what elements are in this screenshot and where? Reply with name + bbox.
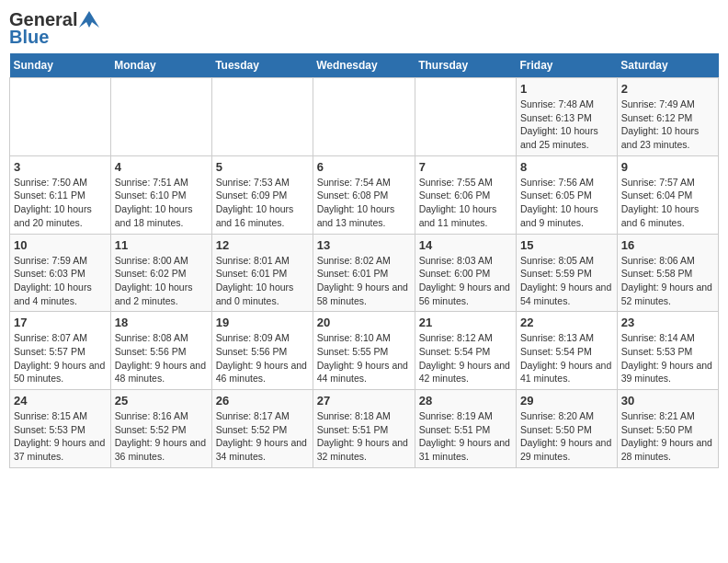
calendar-cell: 11Sunrise: 8:00 AMSunset: 6:02 PMDayligh… (110, 234, 211, 312)
day-number: 14 (419, 238, 512, 252)
day-info: Sunrise: 8:20 AMSunset: 5:50 PMDaylight:… (520, 409, 613, 464)
day-number: 11 (115, 238, 208, 252)
weekday-header-saturday: Saturday (617, 53, 718, 78)
day-info: Sunrise: 7:50 AMSunset: 6:11 PMDaylight:… (14, 176, 107, 230)
calendar-cell: 23Sunrise: 8:14 AMSunset: 5:53 PMDayligh… (617, 312, 718, 390)
calendar-cell: 12Sunrise: 8:01 AMSunset: 6:01 PMDayligh… (211, 234, 313, 312)
day-info: Sunrise: 7:56 AMSunset: 6:05 PMDaylight:… (520, 176, 613, 230)
calendar-cell: 9Sunrise: 7:57 AMSunset: 6:04 PMDaylight… (617, 155, 718, 234)
day-number: 7 (419, 160, 512, 174)
week-row-3: 17Sunrise: 8:07 AMSunset: 5:57 PMDayligh… (10, 312, 719, 390)
weekday-header-tuesday: Tuesday (211, 53, 313, 78)
day-number: 16 (621, 238, 714, 252)
calendar-cell: 7Sunrise: 7:55 AMSunset: 6:06 PMDaylight… (415, 155, 516, 234)
weekday-header-row: SundayMondayTuesdayWednesdayThursdayFrid… (10, 53, 719, 78)
day-number: 4 (115, 160, 208, 174)
calendar-cell: 4Sunrise: 7:51 AMSunset: 6:10 PMDaylight… (110, 155, 211, 234)
svg-marker-0 (79, 11, 99, 28)
calendar-cell: 5Sunrise: 7:53 AMSunset: 6:09 PMDaylight… (211, 155, 313, 234)
day-info: Sunrise: 8:12 AMSunset: 5:54 PMDaylight:… (419, 331, 512, 385)
day-info: Sunrise: 7:48 AMSunset: 6:13 PMDaylight:… (520, 98, 613, 152)
day-number: 17 (14, 316, 107, 329)
day-number: 8 (520, 160, 613, 174)
calendar-cell: 20Sunrise: 8:10 AMSunset: 5:55 PMDayligh… (313, 312, 415, 390)
calendar-cell: 24Sunrise: 8:15 AMSunset: 5:53 PMDayligh… (10, 390, 111, 468)
day-info: Sunrise: 8:14 AMSunset: 5:53 PMDaylight:… (621, 331, 714, 385)
weekday-header-friday: Friday (517, 53, 618, 78)
day-number: 5 (216, 160, 309, 174)
week-row-4: 24Sunrise: 8:15 AMSunset: 5:53 PMDayligh… (10, 390, 719, 468)
day-number: 6 (317, 160, 411, 174)
week-row-2: 10Sunrise: 7:59 AMSunset: 6:03 PMDayligh… (10, 234, 719, 312)
calendar-cell: 17Sunrise: 8:07 AMSunset: 5:57 PMDayligh… (10, 312, 111, 390)
day-number: 15 (520, 238, 613, 252)
day-info: Sunrise: 8:15 AMSunset: 5:53 PMDaylight:… (14, 409, 107, 464)
day-info: Sunrise: 8:18 AMSunset: 5:51 PMDaylight:… (317, 409, 411, 464)
calendar-cell: 19Sunrise: 8:09 AMSunset: 5:56 PMDayligh… (211, 312, 313, 390)
calendar-cell: 15Sunrise: 8:05 AMSunset: 5:59 PMDayligh… (517, 234, 618, 312)
day-info: Sunrise: 7:59 AMSunset: 6:03 PMDaylight:… (14, 254, 107, 308)
day-number: 22 (520, 316, 613, 329)
day-info: Sunrise: 8:03 AMSunset: 6:00 PMDaylight:… (419, 254, 512, 308)
day-number: 23 (621, 316, 714, 329)
day-number: 9 (621, 160, 714, 174)
calendar-cell (110, 78, 211, 156)
calendar-cell: 28Sunrise: 8:19 AMSunset: 5:51 PMDayligh… (415, 390, 516, 468)
day-info: Sunrise: 7:57 AMSunset: 6:04 PMDaylight:… (621, 176, 714, 230)
logo-blue: Blue (9, 27, 49, 48)
calendar-cell: 14Sunrise: 8:03 AMSunset: 6:00 PMDayligh… (415, 234, 516, 312)
calendar-cell: 26Sunrise: 8:17 AMSunset: 5:52 PMDayligh… (211, 390, 313, 468)
calendar-cell: 29Sunrise: 8:20 AMSunset: 5:50 PMDayligh… (517, 390, 618, 468)
day-info: Sunrise: 8:08 AMSunset: 5:56 PMDaylight:… (115, 331, 208, 385)
day-number: 12 (216, 238, 309, 252)
day-info: Sunrise: 8:06 AMSunset: 5:58 PMDaylight:… (621, 254, 714, 308)
day-number: 24 (14, 394, 107, 408)
day-number: 19 (216, 316, 309, 329)
calendar-cell: 6Sunrise: 7:54 AMSunset: 6:08 PMDaylight… (313, 155, 415, 234)
weekday-header-sunday: Sunday (10, 53, 111, 78)
calendar-cell: 13Sunrise: 8:02 AMSunset: 6:01 PMDayligh… (313, 234, 415, 312)
calendar-cell: 1Sunrise: 7:48 AMSunset: 6:13 PMDaylight… (517, 78, 618, 156)
day-number: 1 (520, 82, 613, 96)
day-info: Sunrise: 8:09 AMSunset: 5:56 PMDaylight:… (216, 331, 309, 385)
day-number: 27 (317, 394, 411, 408)
calendar-cell (211, 78, 313, 156)
day-number: 3 (14, 160, 107, 174)
day-info: Sunrise: 8:02 AMSunset: 6:01 PMDaylight:… (317, 254, 411, 308)
day-number: 29 (520, 394, 613, 408)
calendar-cell: 8Sunrise: 7:56 AMSunset: 6:05 PMDaylight… (517, 155, 618, 234)
day-number: 21 (419, 316, 512, 329)
day-number: 18 (115, 316, 208, 329)
logo-bird-icon (79, 11, 99, 28)
weekday-header-thursday: Thursday (415, 53, 516, 78)
day-number: 30 (621, 394, 714, 408)
day-number: 2 (621, 82, 714, 96)
day-info: Sunrise: 7:54 AMSunset: 6:08 PMDaylight:… (317, 176, 411, 230)
day-number: 20 (317, 316, 411, 329)
calendar-cell: 3Sunrise: 7:50 AMSunset: 6:11 PMDaylight… (10, 155, 111, 234)
day-info: Sunrise: 8:17 AMSunset: 5:52 PMDaylight:… (216, 409, 309, 464)
calendar-table: SundayMondayTuesdayWednesdayThursdayFrid… (9, 53, 719, 468)
calendar-cell (313, 78, 415, 156)
week-row-0: 1Sunrise: 7:48 AMSunset: 6:13 PMDaylight… (10, 78, 719, 156)
calendar-cell: 25Sunrise: 8:16 AMSunset: 5:52 PMDayligh… (110, 390, 211, 468)
day-info: Sunrise: 7:53 AMSunset: 6:09 PMDaylight:… (216, 176, 309, 230)
calendar-cell (10, 78, 111, 156)
day-info: Sunrise: 7:49 AMSunset: 6:12 PMDaylight:… (621, 98, 714, 152)
page-header: General Blue (9, 9, 719, 48)
day-info: Sunrise: 8:10 AMSunset: 5:55 PMDaylight:… (317, 331, 411, 385)
calendar-cell: 18Sunrise: 8:08 AMSunset: 5:56 PMDayligh… (110, 312, 211, 390)
day-number: 10 (14, 238, 107, 252)
calendar-cell (415, 78, 516, 156)
day-info: Sunrise: 8:00 AMSunset: 6:02 PMDaylight:… (115, 254, 208, 308)
calendar-cell: 30Sunrise: 8:21 AMSunset: 5:50 PMDayligh… (617, 390, 718, 468)
day-info: Sunrise: 8:16 AMSunset: 5:52 PMDaylight:… (115, 409, 208, 464)
day-number: 26 (216, 394, 309, 408)
calendar-cell: 22Sunrise: 8:13 AMSunset: 5:54 PMDayligh… (517, 312, 618, 390)
calendar-cell: 27Sunrise: 8:18 AMSunset: 5:51 PMDayligh… (313, 390, 415, 468)
day-info: Sunrise: 8:07 AMSunset: 5:57 PMDaylight:… (14, 331, 107, 385)
day-info: Sunrise: 8:13 AMSunset: 5:54 PMDaylight:… (520, 331, 613, 385)
day-info: Sunrise: 7:51 AMSunset: 6:10 PMDaylight:… (115, 176, 208, 230)
calendar-cell: 21Sunrise: 8:12 AMSunset: 5:54 PMDayligh… (415, 312, 516, 390)
week-row-1: 3Sunrise: 7:50 AMSunset: 6:11 PMDaylight… (10, 155, 719, 234)
